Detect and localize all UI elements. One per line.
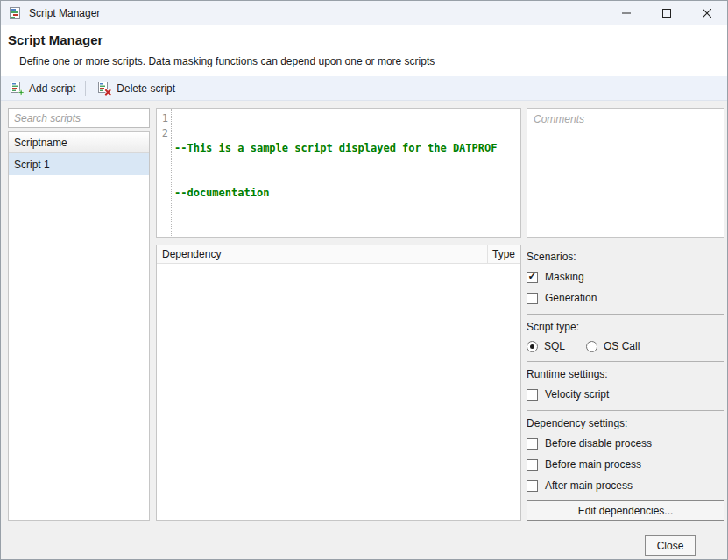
dependency-column-header[interactable]: Dependency [157, 245, 488, 263]
delete-script-label: Delete script [117, 82, 175, 95]
minimize-button[interactable] [606, 1, 647, 25]
add-script-button[interactable]: Add script [3, 78, 82, 99]
before-main-row[interactable]: Before main process [527, 457, 724, 471]
window-controls [606, 1, 727, 25]
generation-label: Generation [545, 292, 597, 304]
script-editor[interactable]: 1 2 --This is a sample script displayed … [156, 108, 521, 238]
line-number: 1 [157, 111, 168, 126]
os-call-radio-option[interactable]: OS Call [586, 340, 640, 352]
before-main-checkbox[interactable] [527, 459, 538, 471]
close-button[interactable] [687, 1, 727, 25]
script-type-label: Script type: [527, 321, 724, 333]
os-call-radio[interactable] [586, 341, 597, 352]
maximize-button[interactable] [647, 1, 687, 25]
code-line: --documentation [174, 186, 497, 201]
masking-label: Masking [545, 271, 584, 283]
script-manager-dialog: Script Manager Script Manager Define one… [0, 0, 728, 560]
title-bar: Script Manager [1, 1, 727, 25]
add-script-icon [10, 82, 24, 96]
dependency-table: Dependency Type [156, 245, 521, 521]
generation-row[interactable]: Generation [527, 291, 724, 305]
scenarios-label: Scenarios: [527, 251, 724, 263]
sql-label: SQL [544, 340, 565, 352]
dependency-settings-label: Dependency settings: [527, 417, 724, 429]
section-divider [527, 361, 724, 362]
page-subtitle: Define one or more scripts. Data masking… [19, 55, 435, 67]
before-main-label: Before main process [545, 458, 641, 471]
dependency-table-header: Dependency Type [157, 245, 520, 264]
os-call-label: OS Call [604, 340, 640, 352]
section-divider [527, 410, 724, 411]
line-number: 2 [157, 126, 168, 141]
velocity-script-row[interactable]: Velocity script [527, 387, 724, 401]
sql-radio-option[interactable]: SQL [527, 340, 565, 352]
type-column-header[interactable]: Type [488, 245, 520, 263]
line-number-gutter: 1 2 [157, 109, 172, 237]
script-list-header: Scriptname [9, 132, 149, 153]
app-script-icon [8, 6, 22, 20]
generation-checkbox[interactable] [527, 293, 538, 304]
window-title: Script Manager [29, 7, 100, 19]
add-script-label: Add script [29, 82, 75, 95]
sql-radio[interactable] [527, 341, 538, 352]
before-disable-label: Before disable process [545, 437, 652, 450]
code-line: --This is a sample script displayed for … [174, 141, 497, 156]
velocity-script-label: Velocity script [545, 388, 609, 401]
section-divider [527, 314, 724, 315]
masking-row[interactable]: Masking [527, 270, 724, 284]
script-list-item[interactable]: Script 1 [9, 153, 149, 175]
velocity-script-checkbox[interactable] [527, 389, 538, 401]
delete-script-button[interactable]: Delete script [90, 78, 182, 99]
edit-dependencies-button[interactable]: Edit dependencies... [527, 500, 724, 521]
after-main-row[interactable]: After main process [527, 478, 724, 493]
runtime-settings-label: Runtime settings: [527, 368, 724, 380]
footer-divider [1, 528, 727, 528]
comments-input[interactable] [527, 108, 724, 238]
before-disable-checkbox[interactable] [527, 438, 538, 450]
dependency-table-body [157, 264, 520, 520]
settings-panel: Scenarios: Masking Generation Script typ… [527, 245, 724, 521]
page-title: Script Manager [8, 32, 102, 47]
page-header: Script Manager Define one or more script… [1, 25, 727, 76]
script-list: Scriptname Script 1 [8, 131, 150, 521]
toolbar-separator [85, 81, 86, 96]
masking-checkbox[interactable] [527, 272, 538, 283]
before-disable-row[interactable]: Before disable process [527, 436, 724, 450]
minimize-icon [622, 9, 631, 18]
after-main-label: After main process [545, 479, 633, 492]
script-type-options: SQL OS Call [527, 340, 724, 352]
code-area[interactable]: --This is a sample script displayed for … [172, 109, 497, 237]
close-icon [703, 9, 711, 18]
delete-script-icon [97, 82, 111, 96]
search-input[interactable] [8, 108, 150, 128]
after-main-checkbox[interactable] [527, 480, 538, 492]
toolbar: Add script Delete script [1, 76, 727, 101]
maximize-icon [662, 9, 671, 18]
close-dialog-button[interactable]: Close [645, 535, 696, 556]
